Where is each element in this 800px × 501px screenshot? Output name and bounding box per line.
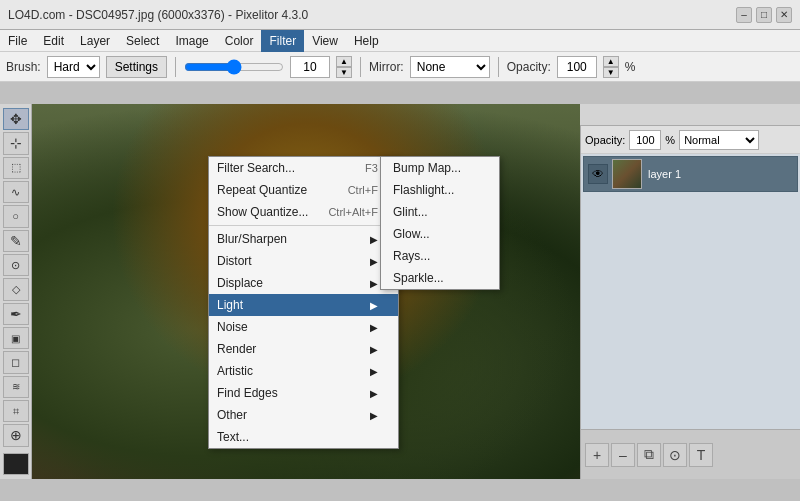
toolbar-separator-3: [498, 57, 499, 77]
delete-layer-button[interactable]: –: [611, 443, 635, 467]
crop-tool[interactable]: ⊹: [3, 132, 29, 154]
bump-map[interactable]: Bump Map...: [381, 157, 499, 179]
eraser-tool[interactable]: ◻: [3, 351, 29, 373]
layer-name: layer 1: [648, 168, 681, 180]
displace-label: Displace: [217, 276, 263, 290]
noise[interactable]: Noise ▶: [209, 316, 398, 338]
size-spinner: ▲ ▼: [336, 56, 352, 78]
toolbar-separator-2: [360, 57, 361, 77]
window-controls: – □ ✕: [736, 7, 792, 23]
zoom-tool[interactable]: ⊕: [3, 424, 29, 446]
maximize-button[interactable]: □: [756, 7, 772, 23]
filter-separator-1: [209, 225, 398, 226]
other-label: Other: [217, 408, 247, 422]
blur-sharpen[interactable]: Blur/Sharpen ▶: [209, 228, 398, 250]
find-edges-label: Find Edges: [217, 386, 278, 400]
light-submenu: Bump Map... Flashlight... Glint... Glow.…: [380, 156, 500, 290]
size-up[interactable]: ▲: [336, 56, 352, 67]
size-down[interactable]: ▼: [336, 67, 352, 78]
glow[interactable]: Glow...: [381, 223, 499, 245]
tools-panel: ✥ ⊹ ⬚ ∿ ○ ✎ ⊙ ◇ ✒ ▣ ◻ ≋ ⌗ ⊕: [0, 104, 32, 479]
repeat-quantize-label: Repeat Quantize: [217, 183, 307, 197]
other[interactable]: Other ▶: [209, 404, 398, 426]
filter-menu: Filter Search... F3 Repeat Quantize Ctrl…: [208, 156, 399, 449]
layers-opacity-input[interactable]: [629, 130, 661, 150]
blend-mode-select[interactable]: Normal Multiply Screen: [679, 130, 759, 150]
size-input[interactable]: [290, 56, 330, 78]
text-filter[interactable]: Text...: [209, 426, 398, 448]
find-edges-arrow: ▶: [370, 388, 378, 399]
opacity-down[interactable]: ▼: [603, 67, 619, 78]
duplicate-layer-button[interactable]: ⧉: [637, 443, 661, 467]
shape-tool[interactable]: ◇: [3, 278, 29, 300]
artistic[interactable]: Artistic ▶: [209, 360, 398, 382]
smudge-tool[interactable]: ≋: [3, 376, 29, 398]
layer-visibility-toggle[interactable]: 👁: [588, 164, 608, 184]
opacity-input[interactable]: [557, 56, 597, 78]
titlebar: LO4D.com - DSC04957.jpg (6000x3376) - Pi…: [0, 0, 800, 30]
pen-tool[interactable]: ✒: [3, 303, 29, 325]
clone-tool[interactable]: ⊙: [3, 254, 29, 276]
repeat-quantize[interactable]: Repeat Quantize Ctrl+F: [209, 179, 398, 201]
layers-toolbar: Opacity: % Normal Multiply Screen: [581, 126, 800, 154]
text-filter-label: Text...: [217, 430, 249, 444]
opacity-up[interactable]: ▲: [603, 56, 619, 67]
filter-search-label: Filter Search...: [217, 161, 295, 175]
menu-color[interactable]: Color: [217, 30, 262, 52]
brush-select[interactable]: Hard Soft: [47, 56, 100, 78]
render[interactable]: Render ▶: [209, 338, 398, 360]
distort-label: Distort: [217, 254, 252, 268]
brush-label: Brush:: [6, 60, 41, 74]
menu-edit[interactable]: Edit: [35, 30, 72, 52]
filter-search[interactable]: Filter Search... F3: [209, 157, 398, 179]
minimize-button[interactable]: –: [736, 7, 752, 23]
show-quantize[interactable]: Show Quantize... Ctrl+Alt+F: [209, 201, 398, 223]
glint[interactable]: Glint...: [381, 201, 499, 223]
fill-tool[interactable]: ▣: [3, 327, 29, 349]
menu-image[interactable]: Image: [167, 30, 216, 52]
render-arrow: ▶: [370, 344, 378, 355]
sparkle[interactable]: Sparkle...: [381, 267, 499, 289]
percent-label: %: [625, 60, 636, 74]
menu-filter[interactable]: Filter: [261, 30, 304, 52]
move-tool[interactable]: ✥: [3, 108, 29, 130]
layer-row[interactable]: 👁 layer 1: [583, 156, 798, 192]
displace[interactable]: Displace ▶: [209, 272, 398, 294]
camera-layer-button[interactable]: ⊙: [663, 443, 687, 467]
mirror-label: Mirror:: [369, 60, 404, 74]
menu-select[interactable]: Select: [118, 30, 167, 52]
rect-selection-tool[interactable]: ⬚: [3, 157, 29, 179]
layers-bottom: + – ⧉ ⊙ T: [581, 429, 800, 479]
brush-tool[interactable]: ✎: [3, 230, 29, 252]
menu-help[interactable]: Help: [346, 30, 387, 52]
blur-sharpen-arrow: ▶: [370, 234, 378, 245]
settings-button[interactable]: Settings: [106, 56, 167, 78]
toolbar-separator-1: [175, 57, 176, 77]
flashlight[interactable]: Flashlight...: [381, 179, 499, 201]
layers-content: 👁 layer 1: [581, 154, 800, 429]
color-picker-tool[interactable]: ⌗: [3, 400, 29, 422]
mirror-select[interactable]: None Horizontal Vertical: [410, 56, 490, 78]
menu-file[interactable]: File: [0, 30, 35, 52]
filter-search-shortcut: F3: [365, 162, 378, 174]
opacity-label: Opacity:: [507, 60, 551, 74]
menu-view[interactable]: View: [304, 30, 346, 52]
light-label: Light: [217, 298, 243, 312]
show-quantize-label: Show Quantize...: [217, 205, 308, 219]
rays[interactable]: Rays...: [381, 245, 499, 267]
toolbar: Brush: Hard Soft Settings ▲ ▼ Mirror: No…: [0, 52, 800, 82]
displace-arrow: ▶: [370, 278, 378, 289]
layers-panel: Layers Opacity: % Normal Multiply Screen…: [580, 104, 800, 479]
lasso-tool[interactable]: ∿: [3, 181, 29, 203]
add-layer-button[interactable]: +: [585, 443, 609, 467]
distort[interactable]: Distort ▶: [209, 250, 398, 272]
render-label: Render: [217, 342, 256, 356]
ellipse-tool[interactable]: ○: [3, 205, 29, 227]
foreground-color[interactable]: [3, 453, 29, 475]
size-slider[interactable]: [184, 59, 284, 75]
close-button[interactable]: ✕: [776, 7, 792, 23]
text-layer-button[interactable]: T: [689, 443, 713, 467]
find-edges[interactable]: Find Edges ▶: [209, 382, 398, 404]
light[interactable]: Light ▶: [209, 294, 398, 316]
menu-layer[interactable]: Layer: [72, 30, 118, 52]
